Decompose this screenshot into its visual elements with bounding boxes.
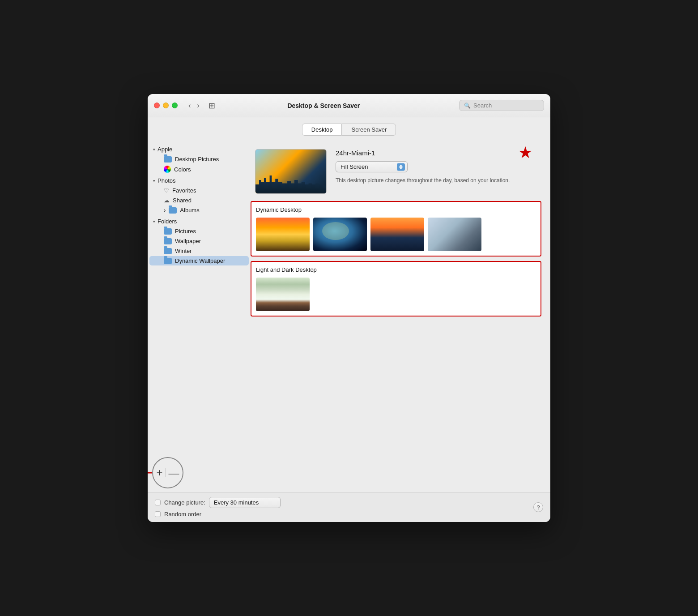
gallery-grid-light-dark [256, 278, 536, 311]
close-button[interactable] [154, 103, 160, 108]
titlebar: ‹ › ⊞ Desktop & Screen Saver 🔍 [148, 94, 550, 117]
search-input[interactable] [473, 102, 539, 109]
gallery-grid-dynamic-desktop [256, 218, 536, 251]
folder-icon-pictures [164, 228, 172, 235]
sidebar-section-folders: ▾ Folders Pictures Wallpaper Winter [148, 217, 251, 265]
chevron-right-icon: › [164, 207, 166, 214]
interval-select[interactable]: Every 5 seconds Every 1 minute Every 5 m… [209, 497, 281, 508]
thumb-earth[interactable] [313, 218, 367, 251]
sidebar-item-label-favorites: Favorites [172, 187, 196, 194]
sidebar-item-label-dynamic-wallpaper: Dynamic Wallpaper [175, 257, 225, 264]
red-star-annotation: ★ [518, 145, 532, 161]
random-order-label: Random order [164, 511, 201, 518]
gallery-section-light-dark: Light and Dark Desktop [251, 261, 541, 317]
sidebar-item-dynamic-wallpaper[interactable]: Dynamic Wallpaper [149, 256, 249, 265]
maximize-button[interactable] [172, 103, 178, 108]
preview-area: 24hr-Miami-1 Fill Screen Fit to Screen S… [251, 140, 550, 492]
tab-desktop[interactable]: Desktop [302, 124, 342, 136]
fill-mode-select[interactable]: Fill Screen Fit to Screen Stretch to Fil… [336, 161, 408, 172]
divider [166, 468, 166, 477]
folder-icon-wallpaper [164, 238, 172, 244]
sidebar-item-label-pictures: Pictures [175, 228, 196, 235]
wallpaper-name: 24hr-Miami-1 [336, 149, 541, 157]
fill-screen-row: Fill Screen Fit to Screen Stretch to Fil… [336, 161, 541, 172]
gallery-title-dynamic-desktop: Dynamic Desktop [256, 206, 536, 213]
red-arrow-annotation [148, 466, 152, 479]
change-picture-label: Change picture: [164, 499, 205, 506]
sidebar-section-apple: ▾ Apple Desktop Pictures Colors [148, 145, 251, 174]
sidebar-item-label-winter: Winter [175, 248, 192, 254]
folder-icon [164, 156, 172, 163]
sidebar-item-label-wallpaper: Wallpaper [175, 238, 201, 244]
bottom-checkboxes: Change picture: Every 5 seconds Every 1 … [155, 497, 281, 518]
sidebar-item-pictures[interactable]: Pictures [149, 227, 249, 236]
chevron-down-icon-folders: ▾ [153, 219, 155, 224]
cloud-icon: ☁ [164, 197, 170, 204]
sidebar-item-shared[interactable]: ☁ Shared [149, 196, 249, 205]
window-title: Desktop & Screen Saver [194, 102, 454, 109]
gallery-section-dynamic-desktop: Dynamic Desktop [251, 201, 541, 257]
change-picture-checkbox[interactable] [155, 500, 161, 505]
interval-select-wrapper: Every 5 seconds Every 1 minute Every 5 m… [209, 497, 281, 508]
add-button[interactable]: + [156, 467, 162, 478]
thumb-city[interactable] [370, 218, 424, 251]
sidebar-item-favorites[interactable]: ♡ Favorites [149, 186, 249, 195]
main-window: ‹ › ⊞ Desktop & Screen Saver 🔍 Desktop S… [148, 94, 550, 522]
sidebar-group-folders[interactable]: ▾ Folders [148, 217, 251, 226]
sidebar-item-label-colors: Colors [174, 166, 191, 173]
sidebar-item-albums[interactable]: › Albums [149, 205, 249, 215]
sidebar-item-colors[interactable]: Colors [149, 164, 249, 174]
change-picture-row: Change picture: Every 5 seconds Every 1 … [155, 497, 281, 508]
minimize-button[interactable] [163, 103, 169, 108]
thumb-forest[interactable] [256, 278, 310, 311]
bottom-bar: Change picture: Every 5 seconds Every 1 … [148, 492, 550, 522]
random-order-row: Random order [155, 511, 281, 518]
sidebar-group-photos-label: Photos [157, 177, 175, 184]
chevron-down-icon: ▾ [153, 147, 155, 152]
wallpaper-thumbnail [255, 149, 327, 194]
wallpaper-description: This desktop picture changes throughout … [336, 177, 541, 184]
folder-icon-albums [169, 207, 177, 214]
traffic-lights [154, 103, 178, 108]
heart-icon: ♡ [164, 187, 169, 194]
sidebar-group-photos[interactable]: ▾ Photos [148, 176, 251, 185]
sidebar: ▾ Apple Desktop Pictures Colors [148, 140, 251, 453]
tab-screensaver[interactable]: Screen Saver [342, 124, 396, 136]
sidebar-item-desktop-pictures[interactable]: Desktop Pictures [149, 154, 249, 164]
sidebar-item-label-desktop-pictures: Desktop Pictures [175, 156, 219, 163]
main-content: ▾ Apple Desktop Pictures Colors [148, 140, 550, 492]
folder-icon-dynamic-wallpaper [164, 258, 172, 264]
help-button[interactable]: ? [533, 502, 543, 512]
wallpaper-info: 24hr-Miami-1 Fill Screen Fit to Screen S… [336, 149, 541, 184]
chevron-down-icon-photos: ▾ [153, 179, 155, 183]
thumb-sunset[interactable] [256, 218, 310, 251]
sidebar-item-label-shared: Shared [173, 197, 192, 204]
sidebar-container: ▾ Apple Desktop Pictures Colors [148, 140, 251, 492]
sidebar-item-label-albums: Albums [180, 207, 199, 214]
color-ball-icon [164, 166, 171, 173]
thumb-moon[interactable] [428, 218, 481, 251]
sidebar-group-folders-label: Folders [157, 218, 177, 225]
fill-mode-wrapper: Fill Screen Fit to Screen Stretch to Fil… [336, 161, 408, 172]
add-remove-circle: + — [152, 457, 183, 488]
sidebar-section-photos: ▾ Photos ♡ Favorites ☁ Shared › Album [148, 176, 251, 215]
random-order-checkbox[interactable] [155, 511, 161, 517]
search-icon: 🔍 [464, 103, 471, 109]
back-button[interactable]: ‹ [187, 101, 192, 111]
sidebar-item-winter[interactable]: Winter [149, 246, 249, 256]
sidebar-group-apple-label: Apple [157, 146, 172, 153]
search-bar: 🔍 [459, 100, 544, 111]
gallery-title-light-dark: Light and Dark Desktop [256, 266, 536, 273]
tabbar: Desktop Screen Saver [148, 117, 550, 140]
sidebar-group-apple[interactable]: ▾ Apple [148, 145, 251, 154]
remove-button[interactable]: — [169, 467, 179, 479]
sidebar-item-wallpaper[interactable]: Wallpaper [149, 236, 249, 246]
sidebar-footer: + — [148, 453, 251, 492]
current-wallpaper-section: 24hr-Miami-1 Fill Screen Fit to Screen S… [251, 145, 541, 201]
folder-icon-winter [164, 248, 172, 254]
